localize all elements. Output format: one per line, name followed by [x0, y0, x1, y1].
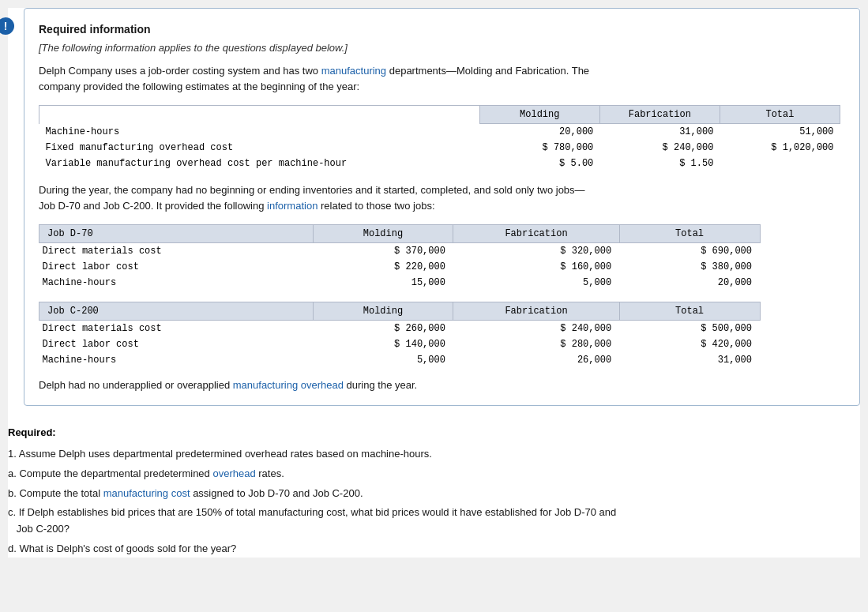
job-c200-molding-1: $ 140,000 — [313, 336, 453, 352]
job-d70-header-total: Total — [619, 225, 760, 243]
job-d70-header-molding: Molding — [313, 225, 453, 243]
job-d70-label-2: Machine-hours — [39, 275, 314, 291]
estimates-table: Molding Fabrication Total Machine-hours … — [39, 105, 840, 171]
estimates-row-1: Fixed manufacturing overhead cost $ 780,… — [39, 140, 840, 156]
job-c200-header-fabrication: Fabrication — [453, 302, 619, 321]
required-item-3: c. If Delph establishes bid prices that … — [8, 505, 860, 538]
estimates-fabrication-2: $ 1.50 — [599, 156, 720, 171]
estimates-molding-1: $ 780,000 — [479, 140, 599, 156]
main-container: ! Required information [The following in… — [8, 8, 860, 558]
job-d70-fabrication-2: 5,000 — [453, 275, 619, 291]
job-c200-total-2: 31,000 — [619, 352, 760, 368]
job-d70-row-2: Machine-hours 15,000 5,000 20,000 — [39, 275, 761, 291]
job-d70-total-2: 20,000 — [619, 275, 760, 291]
estimates-label-1: Fixed manufacturing overhead cost — [39, 140, 480, 156]
job-d70-molding-0: $ 370,000 — [313, 243, 453, 260]
footer-text: Delph had no underapplied or overapplied… — [39, 379, 840, 391]
job-d70-fabrication-0: $ 320,000 — [453, 243, 619, 260]
job-d70-table: Job D-70 Molding Fabrication Total Direc… — [39, 224, 761, 291]
job-d70-label-0: Direct materials cost — [39, 243, 314, 260]
job-d70-total-0: $ 690,000 — [619, 243, 760, 260]
estimates-total-1: $ 1,020,000 — [720, 140, 840, 156]
estimates-fabrication-1: $ 240,000 — [599, 140, 720, 156]
job-d70-total-1: $ 380,000 — [619, 259, 760, 275]
estimates-fabrication-0: 31,000 — [599, 124, 720, 141]
job-c200-header-molding: Molding — [313, 302, 453, 321]
job-c200-label-0: Direct materials cost — [39, 321, 314, 337]
job-c200-row-2: Machine-hours 5,000 26,000 31,000 — [39, 352, 761, 368]
required-item-4: d. What is Delph's cost of goods sold fo… — [8, 541, 860, 558]
job-c200-header-total: Total — [619, 302, 760, 321]
estimates-row-0: Machine-hours 20,000 31,000 51,000 — [39, 124, 840, 141]
job-c200-molding-0: $ 260,000 — [313, 321, 453, 337]
job-c200-molding-2: 5,000 — [313, 352, 453, 368]
job-c200-fabrication-1: $ 280,000 — [453, 336, 619, 352]
estimates-header-blank — [39, 106, 480, 124]
estimates-header-molding: Molding — [479, 106, 599, 124]
job-d70-row-1: Direct labor cost $ 220,000 $ 160,000 $ … — [39, 259, 761, 275]
intro-text: Delph Company uses a job-order costing s… — [39, 63, 840, 94]
job-d70-molding-2: 15,000 — [313, 275, 453, 291]
between-text: During the year, the company had no begi… — [39, 182, 840, 213]
required-section: Required: 1. Assume Delph uses departmen… — [8, 419, 860, 558]
estimates-molding-0: 20,000 — [479, 124, 599, 141]
estimates-row-2: Variable manufacturing overhead cost per… — [39, 156, 840, 171]
estimates-label-0: Machine-hours — [39, 124, 480, 141]
required-item-2: b. Compute the total manufacturing cost … — [8, 486, 860, 502]
estimates-label-2: Variable manufacturing overhead cost per… — [39, 156, 480, 171]
job-d70-fabrication-1: $ 160,000 — [453, 259, 619, 275]
required-item-1: a. Compute the departmental predetermine… — [8, 466, 860, 482]
job-d70-row-0: Direct materials cost $ 370,000 $ 320,00… — [39, 243, 761, 260]
job-d70-header-fabrication: Fabrication — [453, 225, 619, 243]
estimates-total-0: 51,000 — [720, 124, 840, 141]
info-box-wrapper: ! Required information [The following in… — [8, 8, 860, 406]
job-d70-label-1: Direct labor cost — [39, 259, 314, 275]
job-d70-molding-1: $ 220,000 — [313, 259, 453, 275]
job-c200-header-name: Job C-200 — [39, 302, 314, 321]
job-c200-label-2: Machine-hours — [39, 352, 314, 368]
job-c200-total-0: $ 500,000 — [619, 321, 760, 337]
estimates-header-total: Total — [720, 106, 840, 124]
info-box: Required information [The following info… — [24, 8, 860, 406]
required-label: Required: — [8, 426, 860, 438]
required-item-0: 1. Assume Delph uses departmental predet… — [8, 446, 860, 463]
job-d70-header-name: Job D-70 — [39, 225, 314, 243]
italic-note: [The following information applies to th… — [39, 42, 840, 54]
info-icon: ! — [0, 17, 14, 35]
job-c200-fabrication-0: $ 240,000 — [453, 321, 619, 337]
job-c200-table: Job C-200 Molding Fabrication Total Dire… — [39, 302, 761, 368]
required-info-title: Required information — [39, 23, 840, 36]
job-c200-label-1: Direct labor cost — [39, 336, 314, 352]
job-c200-row-1: Direct labor cost $ 140,000 $ 280,000 $ … — [39, 336, 761, 352]
estimates-total-2 — [720, 156, 840, 171]
job-c200-row-0: Direct materials cost $ 260,000 $ 240,00… — [39, 321, 761, 337]
estimates-molding-2: $ 5.00 — [479, 156, 599, 171]
estimates-header-fabrication: Fabrication — [599, 106, 720, 124]
job-c200-fabrication-2: 26,000 — [453, 352, 619, 368]
job-c200-total-1: $ 420,000 — [619, 336, 760, 352]
